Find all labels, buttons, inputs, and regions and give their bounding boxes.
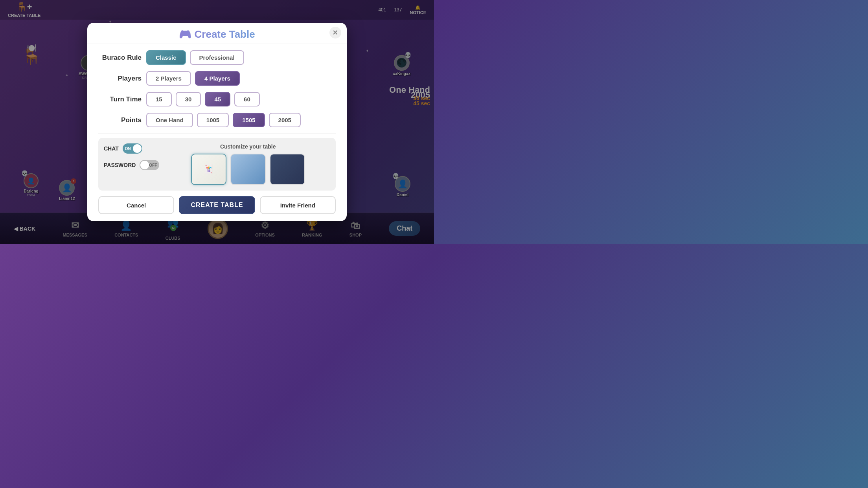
- rule-classic-button[interactable]: Classic: [146, 50, 186, 65]
- players-label: Players: [98, 75, 142, 83]
- buraco-rule-options: Classic Professional: [146, 50, 244, 65]
- chat-toggle-row: CHAT ON: [104, 143, 159, 154]
- points-label: Points: [98, 116, 142, 124]
- points-2005-button[interactable]: 2005: [269, 113, 301, 127]
- buraco-rule-row: Buraco Rule Classic Professional: [98, 50, 336, 65]
- password-toggle-row: PASSWORD OFF: [104, 160, 159, 170]
- card-option-blue-cards[interactable]: [230, 154, 266, 185]
- action-buttons: Cancel CREATE TABLE Invite Friend: [98, 196, 336, 214]
- modal-body: Buraco Rule Classic Professional Players…: [87, 44, 347, 221]
- divider: [98, 134, 336, 134]
- card-option-dark-table[interactable]: [270, 154, 305, 185]
- create-table-modal: 🎮 Create Table × Buraco Rule Classic Pro…: [87, 23, 347, 221]
- turn-time-label: Turn Time: [98, 95, 142, 103]
- invite-friend-button[interactable]: Invite Friend: [260, 196, 336, 214]
- players-4-button[interactable]: 4 Players: [195, 71, 240, 86]
- players-options: 2 Players 4 Players: [146, 71, 240, 86]
- create-table-button[interactable]: CREATE TABLE: [179, 196, 255, 214]
- rule-professional-button[interactable]: Professional: [190, 50, 244, 65]
- time-45-button[interactable]: 45: [205, 92, 230, 106]
- customize-cards: 🃏: [166, 154, 330, 185]
- time-30-button[interactable]: 30: [176, 92, 201, 106]
- toggle-on-text: ON: [125, 147, 131, 151]
- password-toggle[interactable]: OFF: [140, 160, 159, 170]
- modal-overlay: 🎮 Create Table × Buraco Rule Classic Pro…: [0, 0, 434, 244]
- players-row: Players 2 Players 4 Players: [98, 71, 336, 86]
- chat-password-panel: CHAT ON PASSWORD OFF: [104, 143, 159, 185]
- toggle-off-text: OFF: [149, 163, 157, 167]
- chat-label: CHAT: [104, 145, 119, 152]
- points-options: One Hand 1005 1505 2005: [146, 113, 301, 127]
- points-1505-button[interactable]: 1505: [233, 113, 265, 127]
- cancel-button[interactable]: Cancel: [98, 196, 174, 214]
- turn-time-options: 15 30 45 60: [146, 92, 260, 106]
- close-button[interactable]: ×: [329, 27, 341, 39]
- title-icon: 🎮: [179, 28, 194, 40]
- modal-title: 🎮 Create Table: [95, 28, 339, 40]
- buraco-rule-label: Buraco Rule: [98, 54, 142, 62]
- modal-header: 🎮 Create Table ×: [87, 23, 347, 44]
- toggle-knob: [140, 161, 149, 169]
- customize-panel: Customize your table 🃏: [166, 143, 330, 185]
- customize-title: Customize your table: [166, 143, 330, 150]
- players-2-button[interactable]: 2 Players: [146, 71, 191, 86]
- time-60-button[interactable]: 60: [234, 92, 260, 106]
- chat-toggle[interactable]: ON: [123, 143, 142, 154]
- toggle-knob: [133, 144, 142, 153]
- points-1005-button[interactable]: 1005: [197, 113, 229, 127]
- time-15-button[interactable]: 15: [146, 92, 172, 106]
- card-option-playing-cards[interactable]: 🃏: [191, 154, 226, 185]
- turn-time-row: Turn Time 15 30 45 60: [98, 92, 336, 106]
- points-row: Points One Hand 1005 1505 2005: [98, 113, 336, 127]
- lower-section: CHAT ON PASSWORD OFF: [98, 138, 336, 191]
- password-label: PASSWORD: [104, 162, 136, 168]
- points-onehand-button[interactable]: One Hand: [146, 113, 193, 127]
